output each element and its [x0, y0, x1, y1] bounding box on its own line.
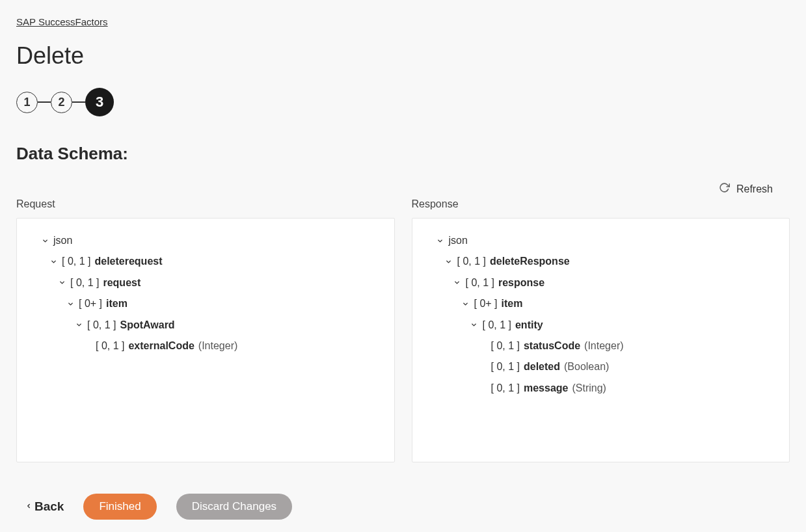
chevron-down-icon [40, 237, 49, 245]
tree-node: [ 0, 1 ] externalCode (Integer) [31, 336, 380, 356]
chevron-down-icon [436, 237, 445, 245]
tree-node-cardinality: [ 0, 1 ] [457, 254, 486, 269]
tree-node-name: item [106, 297, 128, 311]
tree-node-root[interactable]: json [31, 230, 380, 251]
back-button[interactable]: Back [25, 499, 64, 514]
tree-node[interactable]: [ 0, 1 ] SpotAward [31, 315, 380, 336]
chevron-down-icon [461, 300, 470, 308]
tree-node-cardinality: [ 0, 1 ] [466, 276, 494, 290]
tree-node: [ 0, 1 ] message (String) [427, 378, 775, 399]
tree-node[interactable]: [ 0, 1 ] entity [427, 315, 775, 336]
tree-node[interactable]: [ 0, 1 ] request [31, 273, 380, 293]
tree-node-cardinality: [ 0+ ] [79, 297, 102, 311]
chevron-down-icon [57, 279, 66, 286]
tree-node-name: message [524, 381, 569, 395]
tree-node: [ 0, 1 ] statusCode (Integer) [427, 336, 775, 356]
tree-node-name: deleted [524, 360, 560, 374]
step-1[interactable]: 1 [16, 92, 38, 113]
request-panel-label: Request [16, 198, 395, 210]
response-tree: json[ 0, 1 ] deleteResponse[ 0, 1 ] resp… [412, 218, 790, 462]
tree-node-name: request [103, 276, 141, 290]
tree-node[interactable]: [ 0+ ] item [31, 293, 380, 314]
discard-changes-button[interactable]: Discard Changes [176, 494, 292, 520]
step-3[interactable]: 3 [85, 88, 114, 116]
tree-node-root[interactable]: json [427, 230, 775, 251]
wizard-stepper: 1 2 3 [16, 88, 790, 116]
step-connector [38, 101, 51, 103]
tree-node-cardinality: [ 0, 1 ] [62, 254, 90, 269]
refresh-button[interactable]: Refresh [719, 182, 773, 196]
chevron-down-icon [453, 279, 462, 286]
tree-node-type: (Boolean) [564, 360, 609, 374]
step-connector [72, 101, 85, 103]
section-heading: Data Schema: [16, 144, 790, 164]
tree-node-cardinality: [ 0, 1 ] [96, 339, 124, 353]
tree-node-cardinality: [ 0, 1 ] [491, 360, 520, 374]
tree-node-name: item [502, 297, 523, 311]
page-title: Delete [16, 42, 790, 70]
breadcrumb-link[interactable]: SAP SuccessFactors [16, 16, 108, 27]
tree-node-cardinality: [ 0+ ] [474, 297, 498, 311]
chevron-left-icon [25, 499, 32, 514]
tree-node-label: json [53, 233, 72, 248]
tree-node[interactable]: [ 0, 1 ] deleterequest [31, 251, 380, 272]
back-label: Back [34, 499, 64, 514]
tree-node-label: json [449, 233, 468, 248]
tree-node-cardinality: [ 0, 1 ] [491, 381, 520, 395]
chevron-down-icon [49, 258, 58, 265]
tree-node[interactable]: [ 0, 1 ] deleteResponse [427, 251, 775, 272]
tree-node-name: deleteResponse [490, 254, 570, 269]
tree-node[interactable]: [ 0, 1 ] response [427, 273, 775, 293]
request-tree: json[ 0, 1 ] deleterequest[ 0, 1 ] reque… [16, 218, 395, 462]
tree-node-name: externalCode [128, 339, 194, 353]
tree-node-type: (String) [572, 381, 606, 395]
tree-node-cardinality: [ 0, 1 ] [87, 318, 116, 332]
chevron-down-icon [66, 300, 75, 308]
tree-node-name: statusCode [524, 339, 580, 353]
tree-node-name: SpotAward [120, 318, 174, 332]
refresh-label: Refresh [736, 183, 773, 195]
step-2[interactable]: 2 [51, 92, 72, 113]
tree-node[interactable]: [ 0+ ] item [427, 293, 775, 314]
chevron-down-icon [470, 321, 479, 328]
tree-node-type: (Integer) [198, 339, 237, 353]
tree-node-cardinality: [ 0, 1 ] [70, 276, 99, 290]
chevron-down-icon [444, 258, 453, 265]
tree-node-type: (Integer) [584, 339, 623, 353]
response-panel-label: Response [412, 198, 790, 210]
tree-node-name: entity [515, 318, 543, 332]
chevron-down-icon [74, 321, 83, 328]
tree-node: [ 0, 1 ] deleted (Boolean) [427, 356, 775, 377]
tree-node-cardinality: [ 0, 1 ] [491, 339, 520, 353]
request-panel: Request json[ 0, 1 ] deleterequest[ 0, 1… [16, 198, 395, 462]
tree-node-name: deleterequest [94, 254, 162, 269]
finished-button[interactable]: Finished [83, 494, 156, 520]
tree-node-cardinality: [ 0, 1 ] [483, 318, 511, 332]
response-panel: Response json[ 0, 1 ] deleteResponse[ 0,… [412, 198, 790, 462]
refresh-icon [719, 182, 730, 196]
tree-node-name: response [498, 276, 544, 290]
